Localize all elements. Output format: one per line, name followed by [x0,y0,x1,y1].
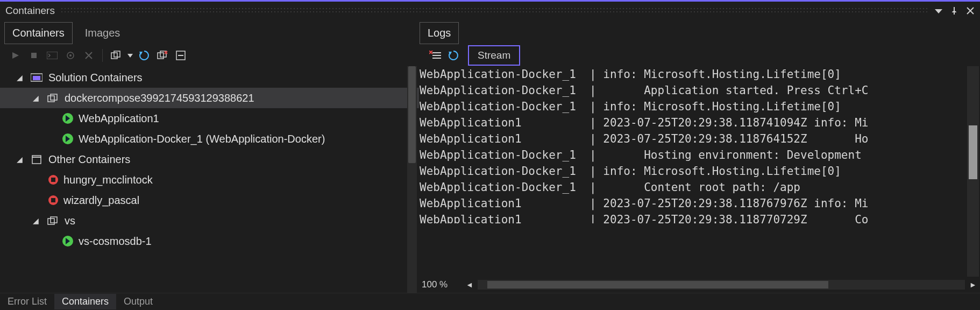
tree-label: wizardly_pascal [63,194,139,207]
svg-rect-3 [47,52,58,59]
svg-rect-19 [32,156,41,157]
dropdown-icon[interactable] [935,7,942,15]
left-toolbar [0,45,419,66]
zoom-label[interactable]: 100 % [422,279,459,290]
log-line: WebApplication-Docker_1 | Application st… [420,82,964,98]
tree-label: WebApplication1 [79,112,159,125]
left-tab-bar: Containers Images [0,20,419,45]
tree-label: vs [65,215,75,227]
refresh-logs-icon[interactable] [445,47,461,64]
tree-label: hungry_mcclintock [63,174,153,186]
panel-title-bar: Containers [0,2,980,20]
log-line: WebApplication-Docker_1 | Hosting enviro… [420,147,964,163]
svg-rect-15 [33,76,40,80]
scroll-right-arrow[interactable]: ► [968,280,978,289]
container-group-icon [30,154,43,165]
svg-rect-21 [51,217,57,223]
expander-icon[interactable]: ◢ [30,216,41,225]
svg-rect-16 [48,96,54,102]
stopped-icon [48,195,58,205]
tree-scroll-thumb[interactable] [408,66,416,163]
expander-icon[interactable]: ◢ [30,94,41,102]
refresh-icon[interactable] [136,47,152,64]
right-toolbar: Stream [420,45,980,66]
play-icon [8,47,24,64]
tree-container[interactable]: wizardly_pascal [0,190,419,210]
tree-group-other[interactable]: ◢ Other Containers [0,149,419,170]
log-footer: 100 % ◄ ► [420,277,980,293]
close-icon[interactable] [966,6,975,15]
svg-marker-1 [12,52,19,59]
tree-label: dockercompose3992174593129388621 [65,92,254,104]
bottom-tab-bar: Error List Containers Output [0,293,980,310]
svg-rect-17 [51,94,57,100]
containers-window: Containers Containers Images [0,0,980,310]
svg-rect-2 [31,53,37,58]
log-line: WebApplication1 | 2023-07-25T20:29:38.11… [420,115,964,131]
bottom-tab-output[interactable]: Output [116,294,160,309]
tree-compose-group[interactable]: ◢ dockercompose3992174593129388621 [0,88,419,108]
clear-icon[interactable] [427,47,443,64]
tree-container[interactable]: hungry_mcclintock [0,170,419,190]
log-line: WebApplication-Docker_1 | info: Microsof… [420,98,964,115]
compose-icon [46,93,59,103]
log-line: WebApplication-Docker_1 | info: Microsof… [420,66,964,82]
svg-rect-20 [48,219,54,224]
gear-icon [62,47,79,64]
running-icon [62,113,73,124]
terminal-icon [44,47,60,64]
copy-icon[interactable] [108,47,124,64]
tree-group-solution[interactable]: ◢ Solution Containers [0,67,419,88]
scroll-left-arrow[interactable]: ◄ [465,280,474,289]
log-line: WebApplication1 | 2023-07-25T20:29:38.11… [420,212,964,223]
running-icon [62,236,73,246]
stopped-icon [48,175,58,185]
tree-scrollbar[interactable] [407,66,417,293]
grip-region[interactable] [61,7,928,15]
tab-logs[interactable]: Logs [420,22,459,44]
log-line: WebApplication1 | 2023-07-25T20:29:38.11… [420,195,964,212]
running-icon [62,133,73,144]
expander-icon[interactable]: ◢ [14,155,25,164]
separator [102,49,103,62]
solution-icon [30,73,43,82]
left-pane: Containers Images [0,20,420,293]
log-scrollbar-horizontal[interactable] [478,280,965,290]
svg-rect-18 [32,157,41,164]
container-tree[interactable]: ◢ Solution Containers ◢ dockercompose399… [0,66,419,293]
prune-icon[interactable] [154,47,171,64]
panel-title: Containers [5,5,55,17]
log-line: WebApplication1 | 2023-07-25T20:29:38.11… [420,131,964,147]
right-tab-bar: Logs [420,20,980,45]
tree-label: Other Containers [48,153,130,166]
expander-icon[interactable]: ◢ [14,73,25,82]
tree-container[interactable]: WebApplication-Docker_1 (WebApplication-… [0,129,419,149]
svg-marker-8 [127,54,133,58]
svg-point-5 [69,54,72,57]
right-pane: Logs Stream WebApplication-Docker_1 | in… [420,20,980,293]
chevron-down-icon[interactable] [126,47,134,64]
stream-button[interactable]: Stream [468,45,520,66]
delete-icon [81,47,97,64]
bottom-tab-containers[interactable]: Containers [54,294,116,309]
pin-icon[interactable] [950,6,958,15]
collapse-icon[interactable] [173,47,189,64]
hscroll-thumb[interactable] [487,281,828,288]
log-scrollbar-vertical[interactable] [967,66,979,277]
tree-container[interactable]: WebApplication1 [0,108,419,129]
stop-icon [26,47,42,64]
title-controls [935,6,975,15]
tree-label: Solution Containers [48,72,143,84]
tree-container[interactable]: vs-cosmosdb-1 [0,231,419,251]
tab-images[interactable]: Images [77,22,129,44]
log-line: WebApplication-Docker_1 | Content root p… [420,179,964,195]
tree-label: WebApplication-Docker_1 (WebApplication-… [79,133,325,145]
svg-marker-0 [935,9,942,13]
log-scroll-thumb[interactable] [969,125,977,179]
tree-label: vs-cosmosdb-1 [79,235,152,248]
log-output[interactable]: WebApplication-Docker_1 | info: Microsof… [420,66,980,277]
bottom-tab-errorlist[interactable]: Error List [0,294,54,309]
log-line: WebApplication-Docker_1 | info: Microsof… [420,163,964,179]
tab-containers[interactable]: Containers [4,22,73,44]
tree-compose-group[interactable]: ◢ vs [0,210,419,231]
